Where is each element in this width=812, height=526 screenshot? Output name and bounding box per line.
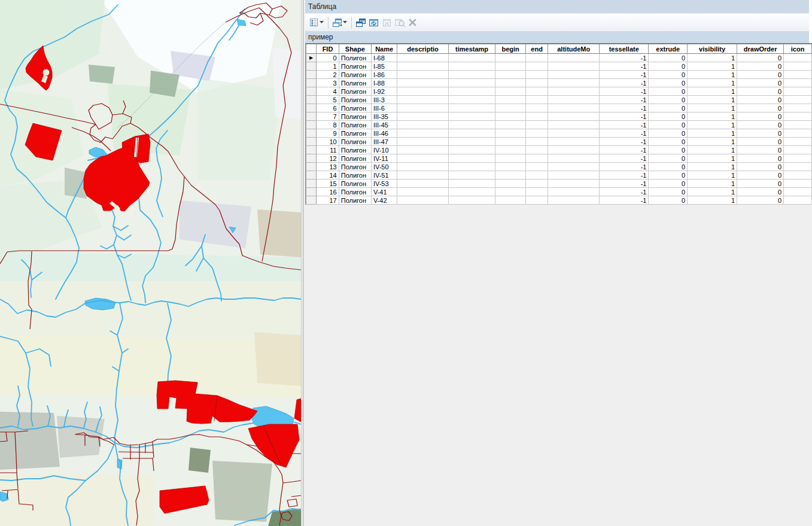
cell-tessellate[interactable]: -1 (600, 87, 649, 96)
cell-timestamp[interactable] (448, 154, 495, 163)
cell-descriptio[interactable] (397, 129, 448, 138)
cell-extrude[interactable]: 0 (649, 146, 688, 154)
cell-icon[interactable] (784, 104, 812, 113)
cell-altitudeMo[interactable] (548, 96, 600, 104)
cell-end[interactable] (525, 62, 548, 71)
cell-tessellate[interactable]: -1 (600, 54, 649, 62)
row-selector[interactable] (306, 180, 317, 188)
cell-begin[interactable] (495, 104, 525, 113)
cell-end[interactable] (525, 121, 548, 129)
cell-icon[interactable] (784, 154, 812, 163)
cell-timestamp[interactable] (448, 87, 495, 96)
cell-name[interactable]: V-42 (371, 196, 397, 205)
cell-name[interactable]: I-88 (371, 79, 397, 87)
cell-descriptio[interactable] (397, 113, 448, 121)
cell-end[interactable] (525, 138, 548, 146)
cell-shape[interactable]: Полигон (339, 71, 371, 79)
cell-shape[interactable]: Полигон (339, 62, 371, 71)
cell-altitudeMo[interactable] (548, 54, 600, 62)
switch-selection-button[interactable] (367, 16, 381, 29)
cell-altitudeMo[interactable] (548, 188, 600, 196)
cell-timestamp[interactable] (448, 163, 495, 171)
row-selector[interactable] (306, 71, 317, 79)
cell-extrude[interactable]: 0 (649, 163, 688, 171)
cell-fid[interactable]: 4 (317, 87, 339, 96)
cell-drawOrder[interactable]: 0 (737, 154, 784, 163)
cell-drawOrder[interactable]: 0 (737, 138, 784, 146)
row-selector[interactable] (306, 87, 317, 96)
cell-visibility[interactable]: 1 (688, 121, 737, 129)
cell-timestamp[interactable] (448, 62, 495, 71)
cell-tessellate[interactable]: -1 (600, 62, 649, 71)
cell-name[interactable]: III-6 (371, 104, 397, 113)
row-selector[interactable] (306, 121, 317, 129)
row-selector[interactable] (306, 113, 317, 121)
cell-begin[interactable] (495, 188, 525, 196)
cell-timestamp[interactable] (448, 188, 495, 196)
cell-tessellate[interactable]: -1 (600, 129, 649, 138)
cell-begin[interactable] (495, 129, 525, 138)
cell-icon[interactable] (784, 188, 812, 196)
cell-shape[interactable]: Полигон (339, 79, 371, 87)
cell-name[interactable]: I-92 (371, 87, 397, 96)
cell-shape[interactable]: Полигон (339, 104, 371, 113)
cell-descriptio[interactable] (397, 79, 448, 87)
cell-end[interactable] (525, 163, 548, 171)
cell-visibility[interactable]: 1 (688, 113, 737, 121)
cell-name[interactable]: III-3 (371, 96, 397, 104)
cell-end[interactable] (525, 196, 548, 205)
cell-timestamp[interactable] (448, 71, 495, 79)
selected-records-button[interactable] (354, 16, 367, 29)
cell-begin[interactable] (495, 196, 525, 205)
cell-icon[interactable] (784, 54, 812, 62)
cell-visibility[interactable]: 1 (688, 196, 737, 205)
cell-visibility[interactable]: 1 (688, 71, 737, 79)
cell-shape[interactable]: Полигон (339, 171, 371, 180)
column-header-timestamp[interactable]: timestamp (448, 44, 495, 54)
delete-selected-button[interactable] (407, 16, 418, 29)
cell-begin[interactable] (495, 113, 525, 121)
cell-fid[interactable]: 10 (317, 138, 339, 146)
cell-extrude[interactable]: 0 (649, 154, 688, 163)
cell-tessellate[interactable]: -1 (600, 196, 649, 205)
cell-timestamp[interactable] (448, 129, 495, 138)
cell-visibility[interactable]: 1 (688, 154, 737, 163)
cell-shape[interactable]: Полигон (339, 96, 371, 104)
cell-name[interactable]: I-85 (371, 62, 397, 71)
cell-timestamp[interactable] (448, 180, 495, 188)
cell-begin[interactable] (495, 71, 525, 79)
cell-descriptio[interactable] (397, 104, 448, 113)
cell-tessellate[interactable]: -1 (600, 188, 649, 196)
cell-extrude[interactable]: 0 (649, 113, 688, 121)
cell-extrude[interactable]: 0 (649, 54, 688, 62)
cell-descriptio[interactable] (397, 154, 448, 163)
cell-extrude[interactable]: 0 (649, 129, 688, 138)
cell-tessellate[interactable]: -1 (600, 121, 649, 129)
cell-drawOrder[interactable]: 0 (737, 146, 784, 154)
cell-shape[interactable]: Полигон (339, 129, 371, 138)
cell-end[interactable] (525, 96, 548, 104)
cell-fid[interactable]: 6 (317, 104, 339, 113)
cell-name[interactable]: III-35 (371, 113, 397, 121)
cell-begin[interactable] (495, 146, 525, 154)
cell-end[interactable] (525, 87, 548, 96)
column-header-end[interactable]: end (525, 44, 548, 54)
cell-extrude[interactable]: 0 (649, 71, 688, 79)
cell-begin[interactable] (495, 62, 525, 71)
cell-visibility[interactable]: 1 (688, 180, 737, 188)
cell-end[interactable] (525, 113, 548, 121)
column-header-tessellate[interactable]: tessellate (600, 44, 649, 54)
cell-drawOrder[interactable]: 0 (737, 104, 784, 113)
cell-shape[interactable]: Полигон (339, 196, 371, 205)
cell-icon[interactable] (784, 79, 812, 87)
column-header-selector[interactable] (306, 44, 317, 54)
cell-fid[interactable]: 8 (317, 121, 339, 129)
cell-fid[interactable]: 13 (317, 163, 339, 171)
cell-begin[interactable] (495, 79, 525, 87)
cell-drawOrder[interactable]: 0 (737, 171, 784, 180)
cell-timestamp[interactable] (448, 138, 495, 146)
cell-shape[interactable]: Полигон (339, 154, 371, 163)
cell-descriptio[interactable] (397, 180, 448, 188)
column-header-name[interactable]: Name (371, 44, 397, 54)
row-selector[interactable] (306, 163, 317, 171)
